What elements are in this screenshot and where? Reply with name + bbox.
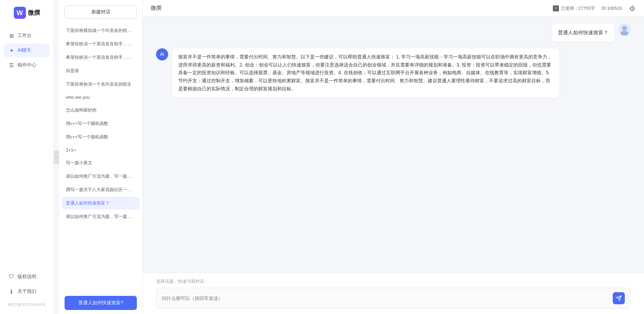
user-message-text: 普通人如何快速致富？ [558, 30, 608, 35]
ai-chat-icon: ✦ [8, 47, 15, 54]
chat-list-item[interactable]: 用c++写一个随机函数 [62, 117, 140, 130]
drafts-label: 稿件中心 [17, 62, 36, 68]
copyright-label: 版权说明 [17, 274, 36, 280]
chat-list-item[interactable]: 怎么做狗屎炒肉 [62, 104, 140, 117]
send-button[interactable] [613, 292, 625, 304]
collapse-sidebar-button[interactable]: ‹ [54, 150, 59, 164]
active-chat-button[interactable]: 普通人如何快速致富? [65, 296, 137, 310]
main-content: 微撰 i 已使用：27755字 ID:100519 ⏻ 普通人如何快速致富？ [143, 0, 644, 314]
chat-list-panel: 新建对话 下面你将模拟成一个叫圣友的程序员，我说...希望你扮演一个英语发音助手… [59, 0, 143, 314]
ai-chat-label: AI聊天 [17, 47, 31, 53]
topbar-right: i 已使用：27755字 ID:100519 ⏻ [553, 5, 636, 12]
copyright-item[interactable]: 🛡 版权说明 [4, 270, 49, 283]
usage-label: 已使用：27755字 [561, 5, 595, 11]
chat-list-item[interactable]: 1+1= [62, 144, 140, 156]
quick-select-label: 选择话题，快速与我对话： [156, 278, 631, 284]
logo-w-icon: W [14, 7, 26, 19]
user-avatar [618, 24, 631, 36]
drafts-icon: ☰ [8, 62, 15, 69]
logo-area: W 微撰 [14, 7, 40, 19]
topbar-title: 微撰 [151, 5, 161, 12]
chat-list-item[interactable]: 下面你将模拟成一个叫圣友的程序员，我说... [62, 24, 140, 37]
ai-message-text: 致富并不是一件简单的事情，需要付出时间、努力和智慧。以下是一些建议，可以帮助普通… [178, 54, 552, 91]
sidebar: W 微撰 ⊞ 工作台 ✦ AI聊天 ☰ 稿件中心 🛡 版权说明 ℹ 关于我们 粤… [0, 0, 54, 314]
about-icon: ℹ [8, 288, 15, 295]
chat-list-item[interactable]: 希望你扮演一个英语发音助手，我提供给你... [62, 51, 140, 64]
chat-list-item[interactable]: 普通人如何快速致富？ [62, 197, 140, 210]
ai-message-bubble: 致富并不是一件简单的事情，需要付出时间、努力和智慧。以下是一些建议，可以帮助普通… [172, 48, 559, 98]
copyright-icon: 🛡 [8, 273, 15, 280]
usage-info: i 已使用：27755字 [553, 5, 595, 11]
chat-list-item[interactable]: 请以如何推广引流为题，写一篇大纲 [62, 210, 140, 223]
user-message-bubble: 普通人如何快速致富？ [552, 24, 614, 42]
input-area: 选择话题，快速与我对话： [143, 273, 644, 314]
sidebar-bottom: 🛡 版权说明 ℹ 关于我们 粤ICP备2021016946号 [0, 270, 53, 307]
chat-list-item[interactable]: who are you [62, 91, 140, 103]
icp-text: 粤ICP备2021016946号 [4, 302, 49, 307]
about-label: 关于我们 [17, 288, 36, 295]
chat-list: 下面你将模拟成一个叫圣友的程序员，我说...希望你扮演一个英语发音助手，我提供给… [59, 24, 142, 292]
chat-area: 普通人如何快速致富？ Ai 致富并不是一件简单的事情，需要付出时间、努力和智慧。… [143, 17, 644, 273]
workbench-icon: ⊞ [8, 32, 15, 39]
about-item[interactable]: ℹ 关于我们 [4, 285, 49, 298]
chat-input[interactable] [162, 296, 609, 301]
svg-point-1 [620, 31, 629, 36]
user-message-row: 普通人如何快速致富？ [552, 24, 631, 42]
chat-list-item[interactable]: 用c++写一个随机函数 [62, 131, 140, 143]
sidebar-item-ai-chat[interactable]: ✦ AI聊天 [4, 44, 49, 57]
chat-list-item[interactable]: 撰写一篇关于八大家花园社区一刻钟便民生... [62, 183, 140, 196]
info-icon: i [553, 5, 559, 11]
ai-avatar: Ai [156, 48, 168, 60]
chat-list-item[interactable]: 希望你扮演一个英语发音助手，我提供给你... [62, 38, 140, 50]
topbar: 微撰 i 已使用：27755字 ID:100519 ⏻ [143, 0, 644, 17]
logo-name: 微撰 [28, 9, 40, 17]
nav-items: ⊞ 工作台 ✦ AI聊天 ☰ 稿件中心 [0, 29, 53, 72]
svg-point-0 [622, 26, 627, 31]
sidebar-item-workbench[interactable]: ⊞ 工作台 [4, 29, 49, 42]
chat-list-item[interactable]: 写一篇小黄文 [62, 156, 140, 169]
new-chat-button[interactable]: 新建对话 [65, 5, 137, 19]
logout-button[interactable]: ⏻ [629, 5, 636, 12]
chat-list-item[interactable]: 你是谁 [62, 64, 140, 77]
id-label: ID:100519 [602, 6, 622, 11]
chat-list-item[interactable]: 请以如何推广引流为题，写一篇大纲 [62, 170, 140, 183]
workbench-label: 工作台 [17, 33, 32, 39]
chat-list-item[interactable]: 下面你将扮演一个名叫圣友的医生 [62, 78, 140, 91]
input-wrapper [156, 288, 631, 309]
sidebar-item-drafts[interactable]: ☰ 稿件中心 [4, 58, 49, 72]
ai-message-row: Ai 致富并不是一件简单的事情，需要付出时间、努力和智慧。以下是一些建议，可以帮… [156, 48, 559, 98]
